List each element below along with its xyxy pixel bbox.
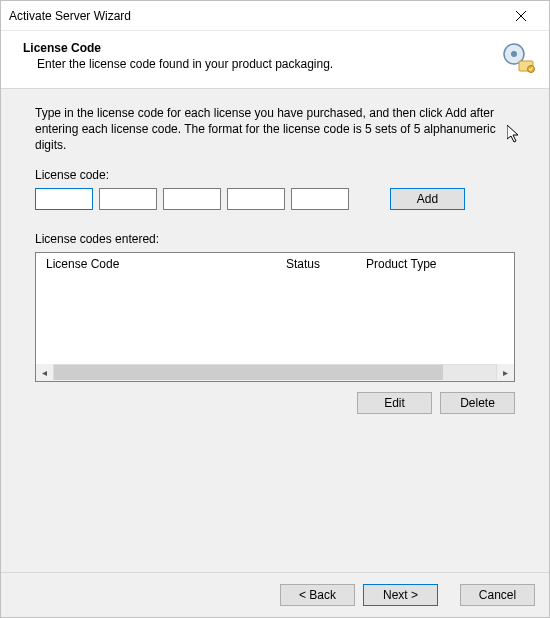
header-subtitle: Enter the license code found in your pro… [37, 57, 495, 71]
table-header: License Code Status Product Type [36, 253, 514, 275]
close-button[interactable] [501, 2, 541, 30]
column-status[interactable]: Status [280, 254, 360, 274]
license-icon [501, 41, 535, 75]
content-area: Type in the license code for each licens… [1, 89, 549, 573]
scroll-track[interactable] [53, 365, 497, 380]
scroll-left-arrow-icon[interactable]: ◂ [36, 364, 53, 381]
scroll-right-arrow-icon[interactable]: ▸ [497, 364, 514, 381]
instructions-text: Type in the license code for each licens… [35, 105, 515, 154]
license-code-label: License code: [35, 168, 515, 182]
wizard-header: License Code Enter the license code foun… [1, 31, 549, 89]
license-segment-1[interactable] [35, 188, 93, 210]
close-icon [516, 11, 526, 21]
license-segment-2[interactable] [99, 188, 157, 210]
delete-button[interactable]: Delete [440, 392, 515, 414]
window-title: Activate Server Wizard [9, 9, 501, 23]
license-segment-3[interactable] [163, 188, 221, 210]
svg-point-3 [511, 51, 517, 57]
cancel-button[interactable]: Cancel [460, 584, 535, 606]
table-body [36, 275, 514, 364]
next-button[interactable]: Next > [363, 584, 438, 606]
titlebar: Activate Server Wizard [1, 1, 549, 31]
back-button[interactable]: < Back [280, 584, 355, 606]
license-segment-4[interactable] [227, 188, 285, 210]
table-actions: Edit Delete [35, 392, 515, 414]
column-license-code[interactable]: License Code [40, 254, 280, 274]
column-product-type[interactable]: Product Type [360, 254, 460, 274]
edit-button[interactable]: Edit [357, 392, 432, 414]
add-button[interactable]: Add [390, 188, 465, 210]
wizard-footer: < Back Next > Cancel [1, 573, 549, 617]
entered-codes-label: License codes entered: [35, 232, 515, 246]
horizontal-scrollbar[interactable]: ◂ ▸ [36, 364, 514, 381]
header-title: License Code [23, 41, 495, 55]
header-text: License Code Enter the license code foun… [23, 41, 495, 71]
scroll-thumb[interactable] [54, 365, 443, 380]
license-segment-5[interactable] [291, 188, 349, 210]
license-code-row: Add [35, 188, 515, 210]
license-codes-table: License Code Status Product Type ◂ ▸ [35, 252, 515, 382]
